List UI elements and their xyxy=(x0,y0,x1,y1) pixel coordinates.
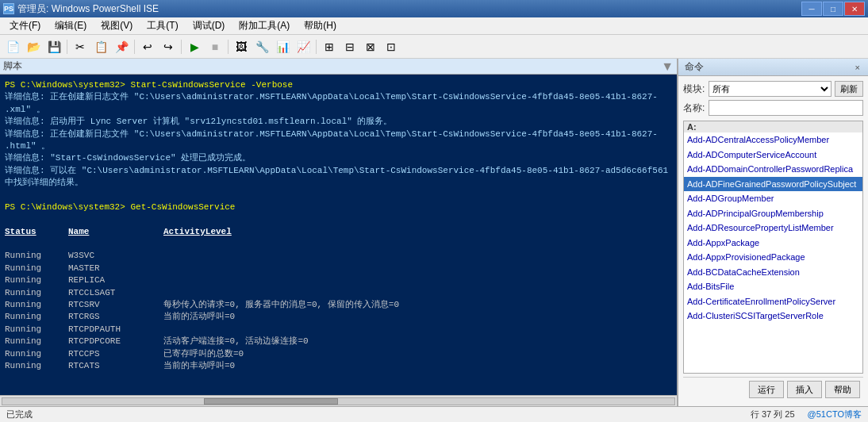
toolbar-stop[interactable]: ■ xyxy=(205,38,225,56)
toolbar-cut[interactable]: ✂ xyxy=(71,38,90,56)
status-bar: 已完成 行 37 列 25 @51CTO博客 xyxy=(0,406,868,422)
toolbar-sep-5 xyxy=(316,40,317,54)
cmd-close-button[interactable]: × xyxy=(854,63,862,72)
title-bar-left: PS 管理员: Windows PowerShell ISE xyxy=(3,2,159,16)
toolbar-open[interactable]: 📂 xyxy=(24,38,43,56)
maximize-button[interactable]: □ xyxy=(823,2,843,16)
cmd-list-item[interactable]: Add-ADDomainControllerPasswordReplica xyxy=(684,162,862,177)
cmd-list-item[interactable]: Add-ADResourcePropertyListMember xyxy=(684,221,862,236)
toolbar-copy[interactable]: 📋 xyxy=(91,38,110,56)
toolbar-redo[interactable]: ↪ xyxy=(159,38,178,56)
window-title: 管理员: Windows PowerShell ISE xyxy=(17,2,159,16)
toolbar-undo[interactable]: ↩ xyxy=(138,38,157,56)
toolbar-paste[interactable]: 📌 xyxy=(112,38,131,56)
branding: @51CTO博客 xyxy=(808,409,862,420)
toolbar-btn10[interactable]: ⊟ xyxy=(340,38,359,56)
menu-debug[interactable]: 调试(D) xyxy=(186,17,232,34)
script-panel: 脚本 ▼ PS C:\Windows\system32> Start-CsWin… xyxy=(0,59,678,406)
toolbar-btn9[interactable]: ⊞ xyxy=(320,38,339,56)
toolbar-new[interactable]: 📄 xyxy=(3,38,22,56)
command-list[interactable]: A:Add-ADCentralAccessPolicyMemberAdd-ADC… xyxy=(683,121,863,374)
cmd-header: 命令 × xyxy=(678,59,868,76)
app-icon: PS xyxy=(3,3,14,14)
menu-bar: 文件(F) 编辑(E) 视图(V) 工具(T) 调试(D) 附加工具(A) 帮助… xyxy=(0,17,868,35)
toolbar-sep-3 xyxy=(181,40,182,54)
module-row: 模块: 所有 刷新 xyxy=(683,81,863,97)
cmd-list-item[interactable]: Add-ClusteriSCSITargetServerRole xyxy=(684,309,862,324)
h-scroll-track[interactable] xyxy=(2,397,675,405)
toolbar-btn6[interactable]: 🔧 xyxy=(252,38,271,56)
name-label: 名称: xyxy=(683,102,705,115)
cmd-body: 模块: 所有 刷新 名称: A:Add-ADCentralAccessPolic… xyxy=(678,76,868,406)
cmd-list-item[interactable]: Add-ADGroupMember xyxy=(684,191,862,206)
cmd-list-item[interactable]: Add-CertificateEnrollmentPolicyServer xyxy=(684,294,862,309)
menu-help[interactable]: 帮助(H) xyxy=(298,17,343,34)
module-select[interactable]: 所有 xyxy=(709,81,832,97)
cmd-footer: 运行 插入 帮助 xyxy=(683,377,863,401)
toolbar-run[interactable]: ▶ xyxy=(185,38,204,56)
cmd-list-item[interactable]: Add-BitsFile xyxy=(684,279,862,294)
h-scrollbar[interactable] xyxy=(0,395,677,406)
toolbar-btn8[interactable]: 📈 xyxy=(294,38,313,56)
cmd-list-item[interactable]: Add-AppxPackage xyxy=(684,236,862,251)
main-area: 脚本 ▼ PS C:\Windows\system32> Start-CsWin… xyxy=(0,59,868,406)
insert-button[interactable]: 插入 xyxy=(787,381,822,398)
name-row: 名称: xyxy=(683,100,863,116)
menu-edit[interactable]: 编辑(E) xyxy=(48,17,93,34)
command-panel: 命令 × 模块: 所有 刷新 名称: A:Add-ADCentralAccess… xyxy=(678,59,868,406)
toolbar: 📄 📂 💾 ✂ 📋 📌 ↩ ↪ ▶ ■ 🖼 🔧 📊 📈 ⊞ ⊟ ⊠ ⊡ xyxy=(0,35,868,59)
title-bar: PS 管理员: Windows PowerShell ISE ─ □ ✕ xyxy=(0,0,868,17)
cmd-list-item[interactable]: Add-ADFineGrainedPasswordPolicySubject xyxy=(684,177,862,192)
cmd-list-section: A: xyxy=(684,121,862,132)
cmd-list-item[interactable]: Add-ADComputerServiceAccount xyxy=(684,148,862,163)
menu-file[interactable]: 文件(F) xyxy=(3,17,47,34)
minimize-button[interactable]: ─ xyxy=(801,2,822,16)
toolbar-btn12[interactable]: ⊡ xyxy=(382,38,401,56)
toolbar-btn7[interactable]: 📊 xyxy=(273,38,292,56)
cmd-header-label: 命令 xyxy=(685,60,704,74)
menu-view[interactable]: 视图(V) xyxy=(94,17,139,34)
script-header: 脚本 ▼ xyxy=(0,59,677,75)
h-scroll-thumb[interactable] xyxy=(204,398,338,405)
status-right: 行 37 列 25 @51CTO博客 xyxy=(751,409,862,420)
refresh-button[interactable]: 刷新 xyxy=(835,81,863,97)
cmd-list-item[interactable]: Add-BCDataCacheExtension xyxy=(684,265,862,280)
cmd-list-item[interactable]: Add-ADPrincipalGroupMembership xyxy=(684,206,862,221)
name-input[interactable] xyxy=(709,100,863,116)
menu-addons[interactable]: 附加工具(A) xyxy=(232,17,296,34)
help-button[interactable]: 帮助 xyxy=(825,381,860,398)
toolbar-sep-2 xyxy=(134,40,135,54)
script-header-right: ▼ xyxy=(661,59,674,74)
toolbar-save[interactable]: 💾 xyxy=(44,38,63,56)
script-expand-icon[interactable]: ▼ xyxy=(661,59,674,74)
toolbar-btn11[interactable]: ⊠ xyxy=(361,38,380,56)
menu-tools[interactable]: 工具(T) xyxy=(140,17,184,34)
console-area[interactable]: PS C:\Windows\system32> Start-CsWindowsS… xyxy=(0,75,677,395)
window-controls: ─ □ ✕ xyxy=(801,2,865,16)
cmd-list-item[interactable]: Add-AppxProvisionedPackage xyxy=(684,250,862,265)
close-button[interactable]: ✕ xyxy=(844,2,865,16)
status-text: 已完成 xyxy=(6,409,33,420)
toolbar-sep-4 xyxy=(228,40,229,54)
toolbar-sep-1 xyxy=(67,40,67,54)
row-col-info: 行 37 列 25 xyxy=(751,409,795,420)
run-button[interactable]: 运行 xyxy=(749,381,784,398)
toolbar-btn5[interactable]: 🖼 xyxy=(232,38,251,56)
module-label: 模块: xyxy=(683,82,705,96)
script-label: 脚本 xyxy=(3,59,22,73)
cmd-list-item[interactable]: Add-ADCentralAccessPolicyMember xyxy=(684,132,862,148)
